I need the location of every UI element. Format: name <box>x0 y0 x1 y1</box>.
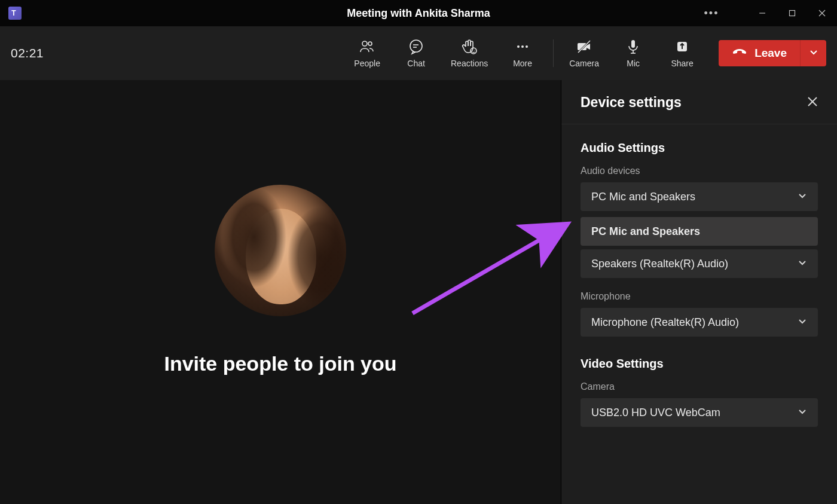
chat-button[interactable]: Chat <box>392 26 441 80</box>
leave-icon <box>732 44 747 63</box>
more-button[interactable]: More <box>498 26 547 80</box>
window-minimize-button[interactable] <box>747 0 777 26</box>
mic-toggle[interactable]: Mic <box>609 26 658 80</box>
leave-label: Leave <box>754 47 787 60</box>
chat-label: Chat <box>407 59 425 68</box>
more-icon <box>514 38 531 55</box>
chevron-down-icon <box>798 316 807 329</box>
audio-settings-heading: Audio Settings <box>581 141 818 155</box>
svg-point-5 <box>368 42 372 45</box>
svg-point-4 <box>362 41 367 46</box>
camera-label: Camera <box>569 59 599 68</box>
hand-icon <box>461 38 478 55</box>
svg-point-12 <box>517 45 520 48</box>
window-maximize-button[interactable] <box>777 0 807 26</box>
meeting-toolbar: 02:21 People Chat Reactions More <box>0 26 837 80</box>
svg-point-13 <box>521 45 524 48</box>
chevron-down-icon <box>798 191 807 203</box>
speaker-value: Speakers (Realtek(R) Audio) <box>591 258 728 270</box>
reactions-button[interactable]: Reactions <box>441 26 498 80</box>
titlebar-more-menu[interactable]: ••• <box>699 7 723 20</box>
mic-label: Mic <box>627 59 640 68</box>
chevron-down-icon <box>798 407 807 419</box>
people-button[interactable]: People <box>343 26 392 80</box>
svg-point-6 <box>410 40 422 52</box>
title-bar: Meeting with Ankita Sharma ••• <box>0 0 837 26</box>
microphone-select[interactable]: Microphone (Realtek(R) Audio) <box>581 308 818 337</box>
window-close-button[interactable] <box>807 0 837 26</box>
option-label: PC Mic and Speakers <box>591 225 700 238</box>
speaker-select[interactable]: Speakers (Realtek(R) Audio) <box>581 249 818 278</box>
people-icon <box>359 38 375 55</box>
camera-off-icon <box>576 38 592 55</box>
chevron-down-icon <box>809 47 818 59</box>
people-label: People <box>354 59 380 68</box>
window-title: Meeting with Ankita Sharma <box>347 7 490 20</box>
svg-point-10 <box>472 50 473 50</box>
meeting-timer: 02:21 <box>11 46 44 60</box>
toolbar-divider <box>553 39 554 67</box>
close-icon <box>807 99 818 109</box>
annotation-arrow <box>407 215 580 325</box>
camera-toggle[interactable]: Camera <box>560 26 609 80</box>
share-icon <box>674 38 691 55</box>
audio-device-option-selected[interactable]: PC Mic and Speakers <box>581 217 818 246</box>
chevron-down-icon <box>798 258 807 270</box>
camera-label: Camera <box>581 381 818 392</box>
device-settings-panel: Device settings Audio Settings Audio dev… <box>561 80 837 504</box>
participant-avatar <box>215 185 346 316</box>
leave-options-button[interactable] <box>800 40 826 66</box>
microphone-value: Microphone (Realtek(R) Audio) <box>591 316 739 329</box>
more-label: More <box>513 59 532 68</box>
panel-close-button[interactable] <box>807 96 818 109</box>
camera-value: USB2.0 HD UVC WebCam <box>591 407 720 419</box>
microphone-label: Microphone <box>581 291 818 302</box>
svg-rect-18 <box>631 40 635 48</box>
leave-button[interactable]: Leave <box>719 40 800 66</box>
share-label: Share <box>671 59 693 68</box>
audio-device-value: PC Mic and Speakers <box>591 191 695 203</box>
audio-devices-label: Audio devices <box>581 166 818 176</box>
meeting-stage: Invite people to join you <box>0 80 561 504</box>
video-settings-heading: Video Settings <box>581 357 818 371</box>
share-button[interactable]: Share <box>658 26 707 80</box>
svg-point-11 <box>475 50 475 50</box>
chat-icon <box>408 38 424 55</box>
svg-line-22 <box>413 224 568 313</box>
invite-prompt: Invite people to join you <box>164 352 396 375</box>
svg-rect-1 <box>790 11 795 16</box>
mic-icon <box>625 38 642 55</box>
camera-select[interactable]: USB2.0 HD UVC WebCam <box>581 398 818 427</box>
audio-device-select[interactable]: PC Mic and Speakers <box>581 182 818 211</box>
svg-point-14 <box>526 45 528 48</box>
reactions-label: Reactions <box>451 59 488 68</box>
panel-title: Device settings <box>581 94 682 111</box>
teams-app-icon <box>8 7 22 20</box>
